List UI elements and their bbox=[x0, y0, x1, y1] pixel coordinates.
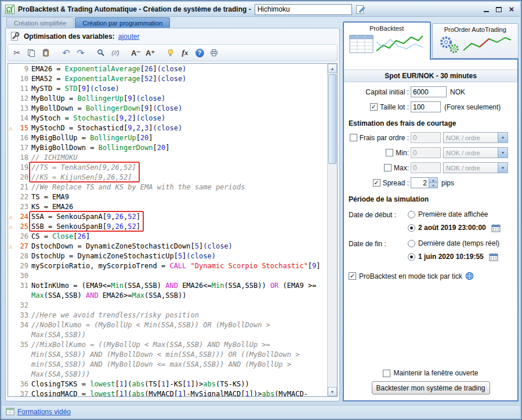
undo-button[interactable]: ↶ bbox=[59, 46, 73, 60]
font-decrease-button[interactable]: A⁻ bbox=[129, 46, 143, 60]
code-lines[interactable]: 9EMA26 = ExponentialAverage[26](close)10… bbox=[8, 64, 327, 396]
fee-max-input[interactable] bbox=[411, 162, 441, 173]
code-text[interactable]: myScorpioRatio, myScorpioTrend = CALL "D… bbox=[31, 261, 327, 271]
code-text[interactable]: NotInKUmo = (EMA9<=Min(SSA,SSB) AND EMA2… bbox=[31, 281, 327, 301]
code-text[interactable]: MyBollDown = BollingerDown[9](Close) bbox=[31, 104, 327, 114]
fee-max-unit-select[interactable]: NOK / ordre▼ bbox=[443, 162, 508, 173]
code-text[interactable]: MyBigBollDown = BollingerDown[20] bbox=[31, 143, 327, 153]
code-line[interactable]: 36ClosingTSKS = lowest[1](abs(TS[1]-KS[1… bbox=[8, 379, 327, 389]
code-line[interactable]: 28DstochUp = DynamicZoneStochasticUp[5](… bbox=[8, 251, 327, 261]
code-line[interactable]: 20//KS = KijunSen[9,26,52] bbox=[8, 173, 327, 182]
fee-order-checkbox[interactable] bbox=[350, 134, 357, 141]
scrollbar-track[interactable] bbox=[328, 73, 337, 387]
code-text[interactable]: SSA = SenkouSpanA[9,26,52] bbox=[31, 212, 327, 222]
paste-button[interactable] bbox=[39, 46, 53, 60]
code-text[interactable]: SSB = SenkouSpanB[9,26,52] bbox=[31, 222, 327, 232]
code-line[interactable]: 9EMA26 = ExponentialAverage[26](close) bbox=[8, 64, 327, 74]
code-text[interactable]: //MixBollKumo = ((MyBollUp < Max(SSA,SSB… bbox=[31, 340, 327, 379]
end-last-radio[interactable] bbox=[408, 240, 415, 247]
fee-order-unit-select[interactable]: NOK / ordre▼ bbox=[443, 132, 508, 143]
end-date-radio[interactable] bbox=[408, 253, 415, 261]
code-line[interactable]: 34//NoBollKumo = (MyBollUp < Min(SSA,SSB… bbox=[8, 320, 327, 340]
calendar-icon[interactable] bbox=[491, 224, 501, 232]
code-line[interactable]: ⚠15MyStochD = Stochasticd[9,2,3](close) bbox=[8, 123, 327, 133]
start-date-radio[interactable] bbox=[408, 224, 415, 232]
code-text[interactable]: // ICHIMOKU bbox=[31, 153, 327, 163]
code-line[interactable]: 29myScorpioRatio, myScorpioTrend = CALL … bbox=[8, 261, 327, 271]
code-text[interactable]: MyStoch = Stochastic[9,2](close) bbox=[31, 114, 327, 123]
code-text[interactable]: MyBollUp = BollingerUp[9](close) bbox=[31, 94, 327, 104]
maximize-button[interactable] bbox=[494, 5, 504, 14]
fee-max-checkbox[interactable] bbox=[384, 164, 392, 171]
code-text[interactable]: EMA52 = ExponentialAverage[52](close) bbox=[31, 74, 327, 84]
code-text[interactable]: ClosingMACD = lowest[1](abs(MyMACD[1]-My… bbox=[31, 389, 327, 396]
editor-scrollbar[interactable]: ▲ ▼ bbox=[327, 64, 337, 396]
code-text[interactable]: //KS = KijunSen[9,26,52] bbox=[31, 173, 327, 182]
code-line[interactable]: 10EMA52 = ExponentialAverage[52](close) bbox=[8, 74, 327, 84]
code-text[interactable]: TS = EMA9 bbox=[31, 192, 327, 202]
start-first-radio[interactable] bbox=[408, 211, 415, 218]
code-text[interactable]: MyBigBollUp = BollingerUp[20] bbox=[31, 133, 327, 143]
code-line[interactable]: ⚠25SSB = SenkouSpanB[9,26,52] bbox=[8, 222, 327, 232]
code-text[interactable]: EMA26 = ExponentialAverage[26](close) bbox=[31, 64, 327, 74]
print-button[interactable] bbox=[207, 46, 221, 60]
code-line[interactable]: ⚠27DstochDown = DynamicZoneStochasticDow… bbox=[8, 242, 327, 251]
code-line[interactable]: 14MyStoch = Stochastic[9,2](close) bbox=[8, 114, 327, 123]
code-text[interactable]: ClosingTSKS = lowest[1](abs(TS[1]-KS[1])… bbox=[31, 379, 327, 389]
fee-min-unit-select[interactable]: NOK / ordre▼ bbox=[443, 147, 508, 158]
fee-min-input[interactable] bbox=[411, 147, 441, 158]
lot-checkbox[interactable]: ✓ bbox=[370, 103, 378, 111]
code-text[interactable]: //NoBollKumo = (MyBollUp < Min(SSA,SSB))… bbox=[31, 320, 327, 340]
tab-creation-programmation[interactable]: Création par programmation bbox=[75, 17, 170, 28]
code-text[interactable]: MyStochD = Stochasticd[9,2,3](close) bbox=[31, 123, 327, 133]
keep-open-checkbox[interactable] bbox=[383, 370, 390, 377]
comment-button[interactable]: (//) bbox=[108, 46, 122, 60]
code-text[interactable]: //Here we avoid trendless/risky position bbox=[31, 311, 327, 320]
code-line[interactable]: 19//TS = TenkanSen[9,26,52] bbox=[8, 163, 327, 173]
video-trainings-link[interactable]: Formations vidéo bbox=[17, 408, 71, 416]
code-text[interactable]: CS = Close[26] bbox=[31, 232, 327, 242]
code-line[interactable]: 16MyBigBollUp = BollingerUp[20] bbox=[8, 133, 327, 143]
code-line[interactable]: 11MySTD = STD[9](close) bbox=[8, 84, 327, 94]
code-line[interactable]: 32 bbox=[8, 301, 327, 311]
code-line[interactable]: 30 bbox=[8, 271, 327, 281]
tab-proorder[interactable]: ProOrder AutoTrading bbox=[432, 23, 519, 59]
code-editor[interactable]: 9EMA26 = ExponentialAverage[26](close)10… bbox=[8, 63, 338, 397]
close-button[interactable]: × bbox=[506, 5, 517, 14]
code-text[interactable]: DstochDown = DynamicZoneStochasticDown[5… bbox=[31, 242, 327, 251]
scroll-up-button[interactable]: ▲ bbox=[328, 64, 337, 73]
scroll-down-button[interactable]: ▼ bbox=[328, 387, 337, 396]
add-variable-link[interactable]: ajouter bbox=[118, 32, 140, 41]
code-text[interactable]: MySTD = STD[9](close) bbox=[31, 84, 327, 94]
search-button[interactable] bbox=[94, 46, 108, 60]
code-text[interactable]: DstochUp = DynamicZoneStochasticUp[5](cl… bbox=[31, 251, 327, 261]
code-line[interactable]: 35//MixBollKumo = ((MyBollUp < Max(SSA,S… bbox=[8, 340, 327, 379]
code-line[interactable]: 17MyBigBollDown = BollingerDown[20] bbox=[8, 143, 327, 153]
code-line[interactable]: 13MyBollDown = BollingerDown[9](Close) bbox=[8, 104, 327, 114]
code-line[interactable]: 21//We Replace TS and KS by EMA with the… bbox=[8, 182, 327, 192]
code-line[interactable]: 31NotInKUmo = (EMA9<=Min(SSA,SSB) AND EM… bbox=[8, 281, 327, 301]
code-line[interactable]: 23KS = EMA26 bbox=[8, 202, 327, 212]
code-line[interactable]: 22TS = EMA9 bbox=[8, 192, 327, 202]
scrollbar-thumb[interactable] bbox=[328, 74, 336, 164]
calendar-icon[interactable] bbox=[489, 253, 498, 261]
code-line[interactable]: 33//Here we avoid trendless/risky positi… bbox=[8, 311, 327, 320]
copy-button[interactable] bbox=[24, 46, 38, 60]
code-line[interactable]: ⚠24SSA = SenkouSpanA[9,26,52] bbox=[8, 212, 327, 222]
code-line[interactable]: 12MyBollUp = BollingerUp[9](close) bbox=[8, 94, 327, 104]
capital-input[interactable] bbox=[411, 86, 447, 97]
tick-mode-checkbox[interactable]: ✓ bbox=[349, 272, 356, 280]
code-text[interactable]: //We Replace TS and KS by EMA with the s… bbox=[31, 182, 327, 192]
hint-button[interactable] bbox=[164, 46, 177, 60]
code-text[interactable]: //TS = TenkanSen[9,26,52] bbox=[31, 163, 327, 173]
insert-function-button[interactable]: fx bbox=[178, 46, 192, 60]
redo-button[interactable]: ↷ bbox=[74, 46, 88, 60]
stepper-up-icon[interactable]: ▲ bbox=[429, 178, 437, 182]
code-line[interactable]: 18// ICHIMOKU bbox=[8, 153, 327, 163]
lot-input[interactable] bbox=[411, 101, 441, 112]
code-text[interactable] bbox=[31, 271, 327, 281]
tab-creation-simplifiee[interactable]: Création simplifiée bbox=[6, 17, 74, 28]
rename-icon[interactable] bbox=[356, 4, 367, 15]
code-text[interactable] bbox=[31, 301, 327, 311]
help-button[interactable]: ? bbox=[193, 46, 206, 60]
